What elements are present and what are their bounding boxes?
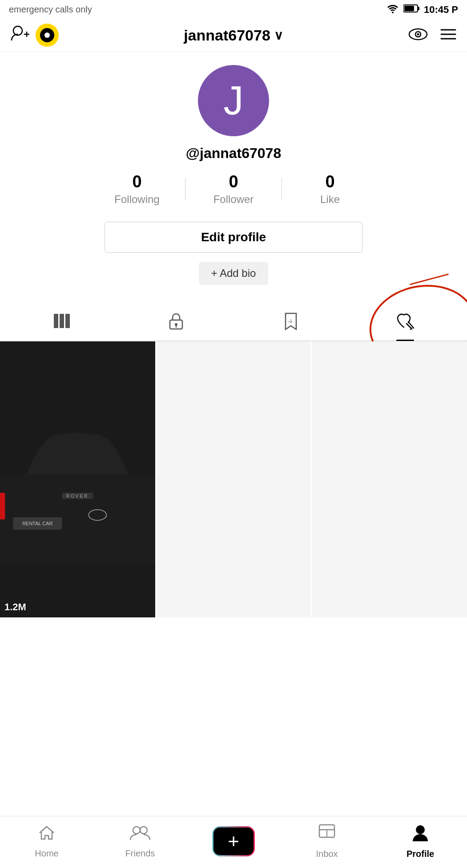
add-button-wrapper[interactable]: + xyxy=(212,826,255,856)
follower-label: Follower xyxy=(213,193,254,206)
video-thumbnail-empty-2 xyxy=(312,341,467,617)
svg-line-22 xyxy=(410,328,412,330)
bottom-nav-home[interactable]: Home xyxy=(20,824,73,859)
svg-point-16 xyxy=(175,323,177,326)
grid-icon xyxy=(53,313,71,333)
menu-icon[interactable] xyxy=(440,28,456,42)
friends-icon xyxy=(129,824,151,846)
inbox-label: Inbox xyxy=(316,849,338,859)
eye-icon[interactable] xyxy=(408,27,428,43)
top-nav: jannat67078 ∨ xyxy=(0,19,467,52)
svg-rect-14 xyxy=(65,314,70,328)
svg-point-36 xyxy=(416,825,425,834)
tiktok-coin[interactable] xyxy=(36,24,59,47)
battery-icon xyxy=(403,4,419,15)
tab-saved[interactable] xyxy=(234,303,348,341)
svg-rect-1 xyxy=(418,7,419,10)
content-grid: ROVER RENTAL CAR 1.2M xyxy=(0,341,467,617)
home-icon xyxy=(38,824,56,846)
tab-videos[interactable] xyxy=(4,304,119,339)
video-view-count: 1.2M xyxy=(4,601,26,613)
bottom-nav-friends[interactable]: Friends xyxy=(113,824,167,859)
content-area: ROVER RENTAL CAR 1.2M xyxy=(0,341,467,675)
inbox-icon xyxy=(318,823,336,846)
svg-text:RENTAL CAR: RENTAL CAR xyxy=(22,521,52,526)
profile-handle: @jannat67078 xyxy=(186,145,281,162)
plus-icon: + xyxy=(228,831,239,851)
svg-rect-2 xyxy=(404,6,414,11)
stats-row: 0 Following 0 Follower 0 Like xyxy=(89,172,378,206)
bottom-nav-add[interactable]: + xyxy=(207,826,260,856)
svg-line-20 xyxy=(408,322,414,328)
following-count: 0 xyxy=(132,172,141,191)
following-stat[interactable]: 0 Following xyxy=(89,172,185,206)
username-text: jannat67078 xyxy=(184,27,270,44)
svg-rect-13 xyxy=(60,314,64,328)
avatar: J xyxy=(198,65,269,136)
video-thumbnail-empty-1 xyxy=(156,341,311,617)
friends-label: Friends xyxy=(125,848,155,859)
chevron-down-icon: ∨ xyxy=(274,28,283,43)
status-carrier: emergency calls only xyxy=(9,4,92,15)
svg-point-32 xyxy=(140,827,147,834)
bottom-nav-inbox[interactable]: Inbox xyxy=(300,823,354,859)
bottom-nav-profile[interactable]: Profile xyxy=(394,823,447,859)
following-label: Following xyxy=(114,193,159,206)
profile-label: Profile xyxy=(407,849,434,859)
content-tab-bar xyxy=(0,303,467,341)
tab-liked[interactable] xyxy=(348,303,463,340)
svg-rect-12 xyxy=(54,314,58,328)
car-thumbnail-bg: ROVER RENTAL CAR 1.2M xyxy=(0,341,155,617)
wifi-icon xyxy=(386,4,399,16)
add-user-icon[interactable] xyxy=(11,24,31,46)
home-label: Home xyxy=(35,848,58,859)
status-icons: 10:45 P xyxy=(386,4,458,16)
profile-icon xyxy=(412,823,429,846)
time-display: 10:45 P xyxy=(424,4,458,16)
heart-pencil-icon xyxy=(395,312,415,334)
profile-section: J @jannat67078 0 Following 0 Follower 0 … xyxy=(0,52,467,303)
likes-stat[interactable]: 0 Like xyxy=(282,172,378,206)
bookmark-icon xyxy=(283,312,299,334)
tab-locked[interactable] xyxy=(119,303,234,340)
nav-right xyxy=(408,27,456,43)
lock-icon xyxy=(168,312,184,334)
video-thumbnail-1[interactable]: ROVER RENTAL CAR 1.2M xyxy=(0,341,155,617)
follower-stat[interactable]: 0 Follower xyxy=(185,172,282,206)
svg-point-31 xyxy=(133,827,140,834)
nav-left xyxy=(11,24,59,47)
likes-label: Like xyxy=(320,193,340,206)
add-bio-button[interactable]: + Add bio xyxy=(199,262,269,285)
likes-count: 0 xyxy=(325,172,334,191)
follower-count: 0 xyxy=(229,172,238,191)
svg-text:ROVER: ROVER xyxy=(66,494,89,499)
svg-rect-25 xyxy=(0,493,5,519)
add-button-inner: + xyxy=(213,827,254,855)
status-bar: emergency calls only 10:45 P xyxy=(0,0,467,19)
svg-point-8 xyxy=(417,33,419,36)
nav-username[interactable]: jannat67078 ∨ xyxy=(184,27,283,44)
bottom-nav: Home Friends + Inbox Profile xyxy=(0,816,467,868)
edit-profile-button[interactable]: Edit profile xyxy=(105,222,362,253)
